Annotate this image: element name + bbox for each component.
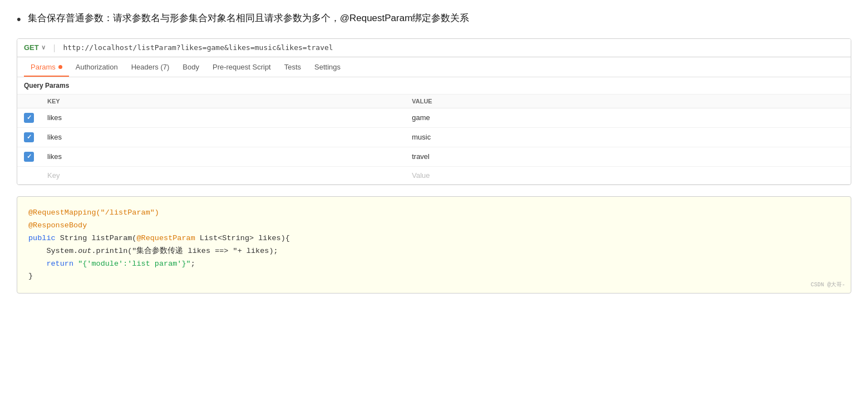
http-method[interactable]: GET ∨ bbox=[24, 43, 46, 52]
row-checkbox-cell[interactable]: ✓ bbox=[17, 147, 41, 166]
row-value-2[interactable]: travel bbox=[405, 147, 851, 166]
code-line-3: System.out.println("集合参数传递 likes ==> "+ … bbox=[28, 245, 840, 258]
tab-body[interactable]: Body bbox=[176, 57, 206, 77]
checkbox-1[interactable]: ✓ bbox=[24, 132, 34, 142]
code-line-0: @RequestMapping("/listParam") bbox=[28, 207, 840, 220]
row-value-1[interactable]: music bbox=[405, 127, 851, 147]
method-dropdown-arrow[interactable]: ∨ bbox=[41, 44, 46, 51]
table-row: ✓ likes game bbox=[17, 108, 851, 127]
watermark: CSDN @大哥- bbox=[811, 280, 845, 290]
tab-headers[interactable]: Headers (7) bbox=[125, 57, 176, 77]
col-header-value: VALUE bbox=[405, 94, 851, 108]
tab-tests[interactable]: Tests bbox=[278, 57, 308, 77]
code-line-1: @ResponseBody bbox=[28, 220, 840, 232]
table-row: ✓ likes travel bbox=[17, 147, 851, 166]
bullet-dot: • bbox=[17, 11, 21, 28]
tab-pre-request-script[interactable]: Pre-request Script bbox=[206, 57, 278, 77]
bullet-text: 集合保存普通参数：请求参数名与形参集合对象名相同且请求参数为多个，@Reques… bbox=[28, 11, 470, 26]
col-header-check bbox=[17, 94, 41, 108]
tab-authorization[interactable]: Authorization bbox=[69, 57, 125, 77]
row-key-0[interactable]: likes bbox=[41, 108, 405, 127]
url-bar: GET ∨ | http://localhost/listParam?likes… bbox=[17, 39, 851, 57]
code-line-4: return "{'module':'list param'}"; bbox=[28, 258, 840, 271]
code-block: @RequestMapping("/listParam")@ResponseBo… bbox=[17, 196, 851, 294]
tab-params[interactable]: Params bbox=[24, 57, 69, 77]
code-line-2: public String listParam(@RequestParam Li… bbox=[28, 232, 840, 245]
params-table: KEY VALUE ✓ likes game ✓ likes music ✓ l… bbox=[17, 94, 851, 185]
table-row-empty: Key Value bbox=[17, 166, 851, 184]
key-placeholder: Key bbox=[47, 171, 60, 180]
checkbox-0[interactable]: ✓ bbox=[24, 113, 34, 123]
params-dot bbox=[58, 65, 62, 69]
row-key-2[interactable]: likes bbox=[41, 147, 405, 166]
bullet-section: • 集合保存普通参数：请求参数名与形参集合对象名相同且请求参数为多个，@Requ… bbox=[17, 11, 851, 28]
url-separator: | bbox=[53, 43, 56, 52]
url-input[interactable]: http://localhost/listParam?likes=game&li… bbox=[63, 43, 333, 52]
code-lines-container: @RequestMapping("/listParam")@ResponseBo… bbox=[28, 207, 840, 283]
query-params-label: Query Params bbox=[17, 77, 851, 94]
row-value-0[interactable]: game bbox=[405, 108, 851, 127]
row-key-1[interactable]: likes bbox=[41, 127, 405, 147]
col-header-key: KEY bbox=[41, 94, 405, 108]
tabs-row: Params Authorization Headers (7) Body Pr… bbox=[17, 57, 851, 77]
row-checkbox-cell[interactable]: ✓ bbox=[17, 127, 41, 147]
code-line-5: } bbox=[28, 270, 840, 283]
table-row: ✓ likes music bbox=[17, 127, 851, 147]
value-placeholder: Value bbox=[412, 171, 430, 180]
postman-panel: GET ∨ | http://localhost/listParam?likes… bbox=[17, 38, 851, 185]
tab-settings[interactable]: Settings bbox=[308, 57, 347, 77]
checkbox-2[interactable]: ✓ bbox=[24, 152, 34, 162]
row-checkbox-cell[interactable]: ✓ bbox=[17, 108, 41, 127]
